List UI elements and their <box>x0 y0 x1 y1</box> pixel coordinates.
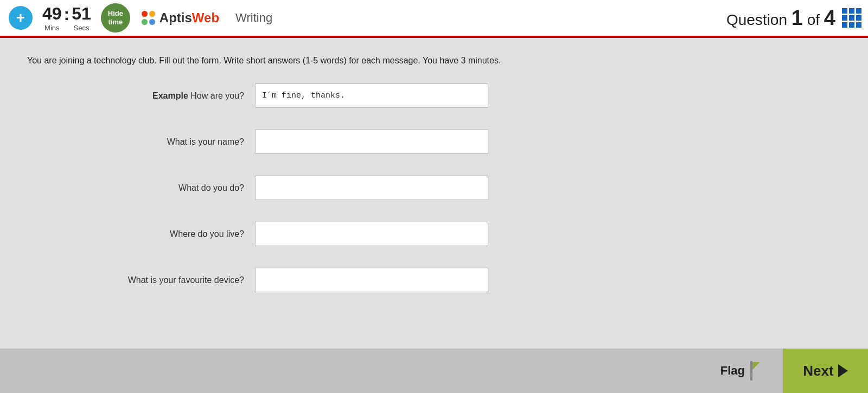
question-label: Question 1 of 4 <box>726 7 835 30</box>
section-label: Writing <box>235 11 272 25</box>
question-label-3: What is your favourite device? <box>27 275 255 285</box>
grid-icon[interactable] <box>842 8 861 28</box>
dot-blue <box>149 19 155 25</box>
dot-orange <box>149 11 155 17</box>
question-row: What do you do? <box>27 176 841 200</box>
example-label: Example How are you? <box>27 91 255 101</box>
logo-dots <box>141 10 156 25</box>
timer-secs: 51 Secs <box>72 4 91 32</box>
example-row: Example How are you? <box>27 83 841 108</box>
instructions: You are joining a technology club. Fill … <box>27 54 841 67</box>
header: + 49 Mins : 51 Secs Hide time AptisWeb W… <box>0 0 868 38</box>
question-row: What is your name? <box>27 130 841 154</box>
question-row: Where do you live? <box>27 222 841 246</box>
next-arrow-icon <box>838 364 848 377</box>
flag-area[interactable]: Flag <box>707 349 783 393</box>
logo: AptisWeb <box>141 10 219 25</box>
logo-text: AptisWeb <box>159 10 219 25</box>
timer: 49 Mins : 51 Secs <box>42 4 91 32</box>
question-rows: What is your name?What do you do?Where d… <box>27 130 841 292</box>
main-content: You are joining a technology club. Fill … <box>0 38 868 349</box>
footer: Flag Next <box>0 349 868 393</box>
question-input-3[interactable] <box>255 268 488 292</box>
flag-label: Flag <box>720 364 745 378</box>
dot-green <box>142 19 148 25</box>
question-row: What is your favourite device? <box>27 268 841 292</box>
timer-mins: 49 Mins <box>42 4 62 32</box>
question-input-0[interactable] <box>255 130 488 154</box>
add-button[interactable]: + <box>9 6 33 30</box>
question-label-1: What do you do? <box>27 183 255 193</box>
question-input-2[interactable] <box>255 222 488 246</box>
next-button[interactable]: Next <box>783 349 868 393</box>
hide-time-button[interactable]: Hide time <box>101 3 130 33</box>
question-input-1[interactable] <box>255 176 488 200</box>
dot-red <box>142 11 148 17</box>
timer-colon: : <box>64 4 70 32</box>
plus-icon: + <box>16 10 25 25</box>
next-button-label: Next <box>803 363 833 379</box>
example-input[interactable] <box>255 83 488 108</box>
question-label-2: Where do you live? <box>27 229 255 239</box>
flag-icon <box>750 361 770 381</box>
question-label-0: What is your name? <box>27 137 255 147</box>
